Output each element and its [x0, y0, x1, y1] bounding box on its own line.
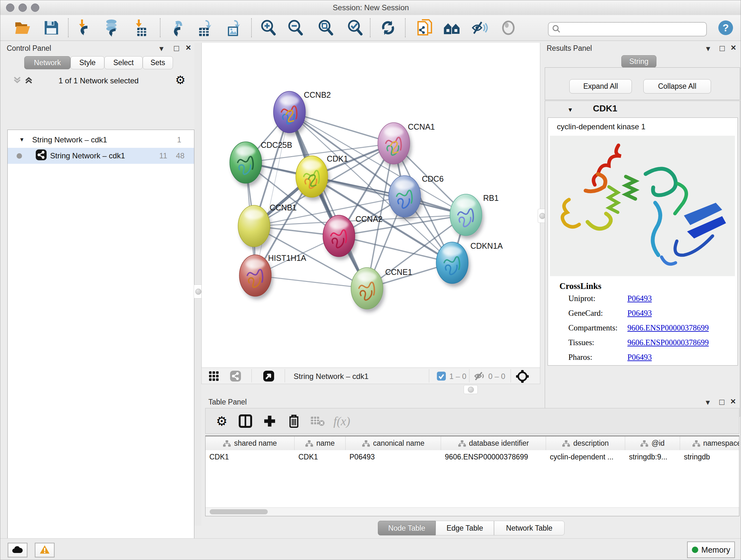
search-input[interactable]	[564, 23, 706, 36]
help-icon[interactable]: ?	[716, 19, 735, 37]
expand-all-button[interactable]: Expand All	[569, 79, 632, 94]
crosslink-value-link[interactable]: P06493	[627, 353, 652, 362]
table-cell[interactable]: stringdb	[680, 450, 739, 463]
network-node-CCNB1[interactable]: CCNB1	[238, 203, 297, 250]
table-cell[interactable]: stringdb:9...	[625, 450, 680, 463]
network-node-HIST1H1A[interactable]: HIST1H1A	[239, 253, 307, 300]
string-home-icon[interactable]	[442, 19, 461, 37]
function-builder-icon[interactable]: f(x)	[333, 412, 351, 430]
network-graph[interactable]: CCNB2CCNA1CDC25BCDK1CDC6RB1CCNB1CCNA2CDK…	[202, 43, 540, 367]
panel-menu-arrow-icon[interactable]: ▼	[704, 399, 711, 406]
share-document-icon[interactable]	[415, 19, 434, 37]
tab-network[interactable]: Network	[24, 56, 71, 69]
node-label-CDK1: CDK1	[327, 154, 348, 163]
column-header-name[interactable]: name	[294, 436, 346, 450]
tab-node-table[interactable]: Node Table	[378, 521, 435, 536]
delete-table-icon[interactable]	[308, 412, 327, 430]
hidden-eye-icon[interactable]	[474, 371, 486, 382]
protein-structure-image[interactable]	[550, 136, 735, 276]
open-session-icon[interactable]	[13, 19, 32, 37]
network-node-CCNA1[interactable]: CCNA1	[378, 122, 435, 167]
crosslinks-title: CrossLinks	[559, 281, 602, 291]
panel-float-icon[interactable]: □	[719, 398, 724, 406]
network-node-CCNB2[interactable]: CCNB2	[273, 90, 331, 136]
network-node-CDKN1A[interactable]: CDKN1A	[436, 241, 503, 287]
zoom-fit-icon[interactable]	[316, 19, 335, 37]
zoom-in-icon[interactable]	[259, 19, 278, 37]
zoom-out-icon[interactable]	[286, 19, 305, 37]
import-network-icon[interactable]	[74, 19, 93, 37]
export-network-icon[interactable]	[168, 19, 187, 37]
collection-expander-icon[interactable]: ▼	[19, 137, 24, 143]
tab-select[interactable]: Select	[105, 56, 143, 69]
cloud-button[interactable]	[8, 543, 27, 557]
export-table-icon[interactable]	[195, 19, 214, 37]
toolbar-separator	[160, 18, 160, 37]
tab-style[interactable]: Style	[71, 56, 105, 69]
column-header-shared-name[interactable]: shared name	[205, 436, 294, 450]
network-collection-row[interactable]: ▼ String Network – cdk1 1	[8, 132, 194, 148]
panel-close-icon[interactable]: ✕	[731, 44, 736, 51]
network-edge[interactable]	[255, 112, 289, 275]
share-network-icon[interactable]	[230, 370, 241, 383]
birds-eye-view-icon[interactable]	[263, 370, 274, 383]
network-view-toolbar: String Network – cdk1 1 – 0 0 – 0	[201, 368, 540, 384]
collection-count: 1	[177, 135, 181, 144]
panel-close-icon[interactable]: ✕	[730, 398, 736, 405]
show-columns-icon[interactable]	[236, 412, 255, 430]
crosslink-value-link[interactable]: 9606.ENSP00000378699	[627, 338, 709, 347]
table-settings-gear-icon[interactable]: ⚙	[212, 412, 231, 430]
fit-selected-crosshair-icon[interactable]	[516, 370, 529, 384]
tab-network-table[interactable]: Network Table	[494, 521, 564, 536]
crosslink-value-link[interactable]: P06493	[627, 309, 652, 318]
memory-button[interactable]: Memory	[687, 542, 735, 558]
network-node-RB1[interactable]: RB1	[450, 193, 499, 239]
warning-button[interactable]	[35, 543, 55, 557]
panel-menu-arrow-icon[interactable]: ▼	[704, 45, 712, 52]
hscrollbar-thumb[interactable]	[210, 509, 268, 514]
table-cell[interactable]: 9606.ENSP00000378699	[441, 450, 546, 463]
delete-column-icon[interactable]	[285, 412, 303, 430]
export-image-icon[interactable]	[224, 19, 243, 37]
crosslink-value-link[interactable]: 9606.ENSP00000378699	[627, 323, 709, 332]
column-header-canonical-name[interactable]: canonical name	[346, 436, 441, 450]
panel-float-icon[interactable]: □	[720, 44, 725, 52]
table-cell[interactable]: P06493	[346, 450, 441, 463]
panel-menu-arrow-icon[interactable]: ▼	[158, 45, 165, 52]
import-table-icon[interactable]	[131, 19, 150, 37]
network-options-gear-icon[interactable]: ⚙	[175, 73, 185, 86]
tab-string[interactable]: String	[621, 55, 657, 68]
grid-view-icon[interactable]	[209, 371, 219, 382]
horizontal-splitter[interactable]	[201, 384, 540, 395]
table-cell[interactable]: CDK1	[294, 450, 346, 463]
network-row-selected[interactable]: String Network – cdk1 11 48	[8, 148, 194, 164]
column-header-description[interactable]: description	[546, 436, 625, 450]
table-hscrollbar[interactable]	[205, 507, 739, 516]
column-header-database-identifier[interactable]: database identifier	[441, 436, 546, 450]
network-node-CDC25B[interactable]: CDC25B	[230, 140, 292, 186]
hide-unhide-icon[interactable]	[470, 19, 489, 37]
refresh-icon[interactable]	[379, 19, 398, 37]
add-column-icon[interactable]	[260, 412, 279, 430]
network-view-title: String Network – cdk1	[293, 372, 368, 381]
save-session-icon[interactable]	[42, 19, 61, 37]
table-cell[interactable]: CDK1	[205, 450, 294, 463]
selected-checkbox-icon[interactable]	[436, 371, 446, 382]
tab-sets[interactable]: Sets	[143, 56, 173, 69]
horizontal-splitter-handle[interactable]	[464, 385, 478, 394]
table-cell[interactable]: cyclin-dependent ...	[546, 450, 625, 463]
crosslink-value-link[interactable]: P06493	[627, 294, 652, 303]
tab-edge-table[interactable]: Edge Table	[435, 521, 494, 536]
collapse-all-button[interactable]: Collapse All	[643, 79, 711, 94]
column-header-namespace[interactable]: namespace	[680, 436, 739, 450]
eye-icon[interactable]	[499, 19, 518, 37]
column-header--id[interactable]: @id	[625, 436, 680, 450]
import-database-icon[interactable]	[102, 19, 121, 37]
network-node-CCNE1[interactable]: CCNE1	[351, 267, 412, 312]
section-expander-icon[interactable]: ▼	[567, 107, 573, 113]
panel-close-icon[interactable]: ✕	[185, 44, 191, 51]
node-label-HIST1H1A: HIST1H1A	[268, 253, 307, 262]
network-canvas[interactable]: CCNB2CCNA1CDC25BCDK1CDC6RB1CCNB1CCNA2CDK…	[201, 43, 540, 368]
zoom-selected-icon[interactable]	[346, 19, 365, 37]
panel-float-icon[interactable]: □	[174, 44, 179, 52]
